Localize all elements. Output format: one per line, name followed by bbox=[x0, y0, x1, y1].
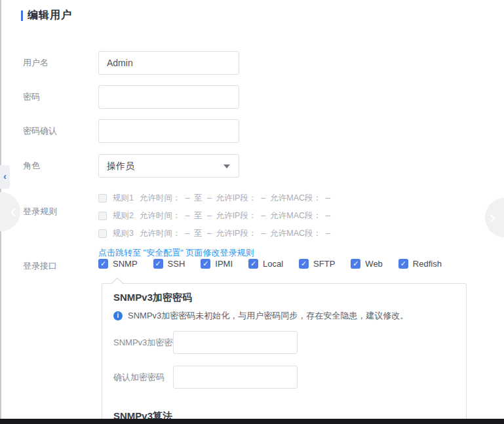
iface-ipmi-label: IPMI bbox=[215, 259, 233, 269]
login-rules-label: 登录规则 bbox=[23, 206, 57, 218]
username-label: 用户名 bbox=[23, 51, 48, 75]
chevron-down-icon bbox=[223, 164, 230, 168]
password-confirm-row: 密码确认 bbox=[0, 119, 504, 143]
chevron-left-icon: ‹ bbox=[10, 201, 16, 221]
checkbox-checked-icon[interactable] bbox=[398, 259, 408, 269]
edit-user-page: 编辑用户 用户名 密码 密码确认 角色 操作员 登录规则 规则1 允许时间： –… bbox=[0, 0, 504, 424]
checkbox-checked-icon[interactable] bbox=[98, 259, 108, 269]
snmpv3-confirm-password-row: 确认加密密码 bbox=[102, 366, 466, 389]
info-icon: i bbox=[113, 311, 123, 320]
iface-local-label: Local bbox=[263, 259, 283, 269]
chevron-right-icon: › bbox=[489, 207, 495, 227]
rule3-detail: 允许时间： – 至 – 允许IP段： – 允许MAC段： – bbox=[140, 228, 330, 239]
login-rules-block: 规则1 允许时间： – 至 – 允许IP段： – 允许MAC段： – 规则2 允… bbox=[98, 189, 330, 259]
iface-sftp[interactable]: SFTP bbox=[299, 259, 335, 269]
iface-snmp-label: SNMP bbox=[113, 259, 138, 269]
login-rule-row-2: 规则2 允许时间： – 至 – 允许IP段： – 允许MAC段： – bbox=[98, 207, 330, 225]
iface-ssh[interactable]: SSH bbox=[153, 259, 185, 269]
rule3-checkbox[interactable] bbox=[98, 229, 107, 238]
rule2-name: 规则2 bbox=[113, 210, 134, 222]
role-label: 角色 bbox=[23, 154, 40, 178]
iface-ssh-label: SSH bbox=[168, 259, 185, 269]
iface-web[interactable]: Web bbox=[351, 259, 383, 269]
rule3-name: 规则3 bbox=[113, 228, 134, 239]
snmpv3-encrypt-password-label: SNMPv3加密密码 bbox=[113, 331, 181, 354]
role-row: 角色 操作员 bbox=[0, 154, 504, 178]
iface-redfish-label: Redfish bbox=[413, 259, 442, 269]
password-confirm-label: 密码确认 bbox=[23, 119, 57, 143]
rule1-detail: 允许时间： – 至 – 允许IP段： – 允许MAC段： – bbox=[140, 193, 330, 204]
password-row: 密码 bbox=[0, 85, 504, 109]
password-input[interactable] bbox=[98, 85, 239, 109]
carousel-prev-button[interactable]: ‹ bbox=[0, 192, 20, 231]
role-select[interactable]: 操作员 bbox=[98, 154, 239, 178]
checkbox-checked-icon[interactable] bbox=[153, 259, 163, 269]
snmpv3-notice-text: SNMPv3加密密码未初始化，与用户密码同步，存在安全隐患，建议修改。 bbox=[128, 310, 408, 322]
checkbox-checked-icon[interactable] bbox=[201, 259, 210, 269]
page-title: 编辑用户 bbox=[28, 9, 72, 22]
login-interfaces-label: 登录接口 bbox=[23, 260, 57, 272]
rule2-detail: 允许时间： – 至 – 允许IP段： – 允许MAC段： – bbox=[140, 210, 330, 222]
username-row: 用户名 bbox=[0, 51, 504, 75]
page-title-row: 编辑用户 bbox=[21, 9, 72, 22]
rule1-checkbox[interactable] bbox=[98, 194, 107, 202]
iface-web-label: Web bbox=[365, 259, 383, 269]
rule1-name: 规则1 bbox=[113, 193, 134, 204]
iface-ipmi[interactable]: IPMI bbox=[201, 259, 233, 269]
snmpv3-encrypt-password-row: SNMPv3加密密码 bbox=[102, 331, 466, 354]
login-rule-row-3: 规则3 允许时间： – 至 – 允许IP段： – 允许MAC段： – bbox=[98, 225, 330, 242]
iface-local[interactable]: Local bbox=[248, 259, 283, 269]
snmpv3-password-panel: SNMPv3加密密码 i SNMPv3加密密码未初始化，与用户密码同步，存在安全… bbox=[102, 283, 467, 424]
bottom-taskbar bbox=[0, 419, 504, 424]
password-confirm-input[interactable] bbox=[98, 119, 239, 143]
login-interfaces-row: SNMP SSH IPMI Local SFTP Web Redfish bbox=[98, 259, 442, 269]
checkbox-checked-icon[interactable] bbox=[299, 259, 309, 269]
rule2-checkbox[interactable] bbox=[98, 212, 107, 220]
snmpv3-confirm-password-input[interactable] bbox=[173, 366, 298, 389]
security-config-link[interactable]: 点击跳转至 "安全配置" 页面修改登录规则 bbox=[98, 247, 254, 259]
snmpv3-encrypt-password-input[interactable] bbox=[173, 331, 298, 354]
title-accent-bar bbox=[21, 10, 23, 21]
iface-snmp[interactable]: SNMP bbox=[98, 259, 138, 269]
checkbox-checked-icon[interactable] bbox=[351, 259, 360, 269]
password-label: 密码 bbox=[23, 85, 40, 109]
iface-redfish[interactable]: Redfish bbox=[398, 259, 442, 269]
checkbox-checked-icon[interactable] bbox=[248, 259, 258, 269]
carousel-next-button[interactable]: › bbox=[485, 198, 504, 237]
snmpv3-notice: i SNMPv3加密密码未初始化，与用户密码同步，存在安全隐患，建议修改。 bbox=[113, 310, 408, 322]
snmpv3-confirm-password-label: 确认加密密码 bbox=[113, 366, 165, 389]
snmpv3-panel-title: SNMPv3加密密码 bbox=[113, 292, 192, 304]
role-select-value: 操作员 bbox=[107, 155, 134, 177]
sidebar-collapse-button[interactable]: ‹ bbox=[0, 165, 10, 189]
collapse-chevron-left-icon: ‹ bbox=[3, 170, 7, 182]
login-rule-row-1: 规则1 允许时间： – 至 – 允许IP段： – 允许MAC段： – bbox=[98, 189, 330, 207]
iface-sftp-label: SFTP bbox=[313, 259, 335, 269]
username-input[interactable] bbox=[98, 51, 239, 75]
